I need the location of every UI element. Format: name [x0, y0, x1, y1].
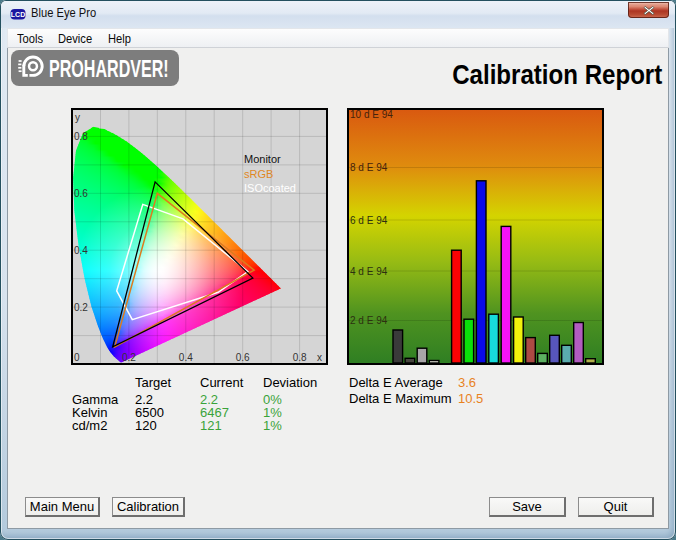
svg-text:0.2: 0.2 [74, 302, 88, 313]
svg-text:6 d E 94: 6 d E 94 [350, 215, 388, 226]
svg-text:y: y [75, 112, 80, 123]
svg-text:0.6: 0.6 [74, 188, 88, 199]
svg-text:ISOcoated: ISOcoated [244, 182, 296, 194]
svg-text:0.8: 0.8 [74, 131, 88, 142]
svg-text:0.8: 0.8 [293, 352, 307, 363]
svg-text:8 d E 94: 8 d E 94 [350, 162, 388, 173]
svg-text:0: 0 [74, 352, 80, 363]
svg-text:Monitor: Monitor [244, 153, 281, 165]
svg-text:0.4: 0.4 [179, 352, 193, 363]
svg-text:4 d E 94: 4 d E 94 [350, 266, 388, 277]
svg-text:sRGB: sRGB [244, 168, 273, 180]
svg-text:x: x [317, 352, 322, 363]
svg-text:2 d E 94: 2 d E 94 [350, 315, 388, 326]
svg-text:0.4: 0.4 [74, 245, 88, 256]
svg-text:0.6: 0.6 [236, 352, 250, 363]
svg-text:LCD: LCD [11, 11, 25, 18]
svg-text:0.2: 0.2 [122, 352, 136, 363]
svg-text:10 d E 94: 10 d E 94 [350, 109, 393, 120]
